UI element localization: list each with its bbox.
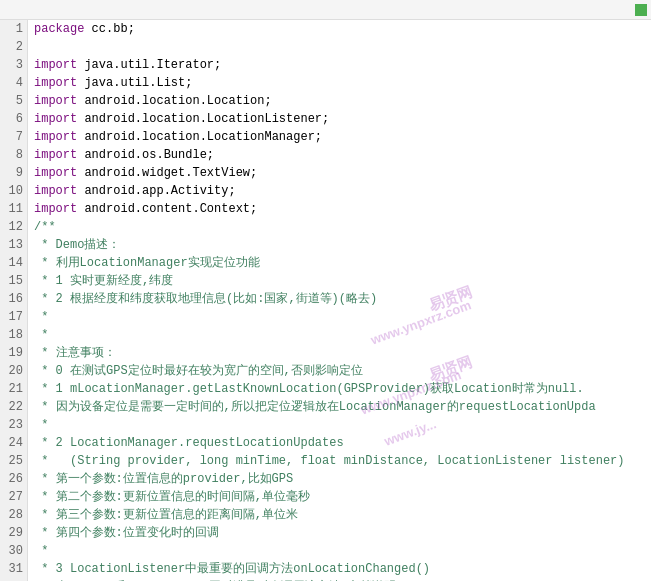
code-line: import android.location.Location; [34,92,651,110]
code-line: * [34,326,651,344]
line-number: 4 [0,74,27,92]
line-number: 26 [0,470,27,488]
code-line: * 因为设备定位是需要一定时间的,所以把定位逻辑放在LocationManage… [34,398,651,416]
code-line: import java.util.List; [34,74,651,92]
code-line: import android.location.LocationListener… [34,110,651,128]
line-number: 23 [0,416,27,434]
line-marker [635,4,647,16]
line-number: 27 [0,488,27,506]
line-number: 10 [0,182,27,200]
line-number: 31 [0,560,27,578]
code-line: package cc.bb; [34,20,651,38]
line-number: 15 [0,272,27,290]
code-line: import java.util.Iterator; [34,56,651,74]
line-number: 16 [0,290,27,308]
line-number: 28 [0,506,27,524]
code-line: * 第二个参数:更新位置信息的时间间隔,单位毫秒 [34,488,651,506]
code-line: import android.os.Bundle; [34,146,651,164]
code-line: /** [34,218,651,236]
editor-body: 1234567891011121314151617181920212223242… [0,20,651,581]
line-number: 2 [0,38,27,56]
line-number: 11 [0,200,27,218]
line-number: 21 [0,380,27,398]
line-number: 18 [0,326,27,344]
code-line: * (String provider, long minTime, float … [34,452,651,470]
code-line: * 1 mLocationManager.getLastKnownLocatio… [34,380,651,398]
line-number: 19 [0,344,27,362]
line-number: 20 [0,362,27,380]
line-number: 12 [0,218,27,236]
line-number: 24 [0,434,27,452]
line-number: 3 [0,56,27,74]
line-number: 6 [0,110,27,128]
code-line: * 注意事项： [34,344,651,362]
code-line: import android.app.Activity; [34,182,651,200]
line-number: 5 [0,92,27,110]
code-line: * 2 根据经度和纬度获取地理信息(比如:国家,街道等)(略去) [34,290,651,308]
code-line: * 第一个参数:位置信息的provider,比如GPS [34,470,651,488]
line-number: 9 [0,164,27,182]
line-numbers-gutter: 1234567891011121314151617181920212223242… [0,20,28,581]
code-line: * 第四个参数:位置变化时的回调 [34,524,651,542]
code-line: * [34,416,651,434]
line-number: 17 [0,308,27,326]
code-line: * 0 在测试GPS定位时最好在较为宽广的空间,否则影响定位 [34,362,651,380]
line-number: 7 [0,128,27,146]
line-number: 8 [0,146,27,164]
code-line: * [34,542,651,560]
code-line: import android.location.LocationManager; [34,128,651,146]
line-number: 13 [0,236,27,254]
editor-window: 1234567891011121314151617181920212223242… [0,0,651,581]
code-line: * 利用LocationManager实现定位功能 [34,254,651,272]
editor-header [0,0,651,20]
line-number: 25 [0,452,27,470]
code-line: * 1 实时更新经度,纬度 [34,272,651,290]
line-number: 1 [0,20,27,38]
code-line [34,38,651,56]
line-number: 22 [0,398,27,416]
code-line: * 3 LocationListener中最重要的回调方法onLocationC… [34,560,651,578]
line-number: 30 [0,542,27,560]
line-number: 14 [0,254,27,272]
code-line: * [34,308,651,326]
code-line: import android.widget.TextView; [34,164,651,182]
code-line: * 第三个参数:更新位置信息的距离间隔,单位米 [34,506,651,524]
code-line: import android.content.Context; [34,200,651,218]
code-area: package cc.bb;import java.util.Iterator;… [28,20,651,581]
code-line: * 2 LocationManager.requestLocationUpdat… [34,434,651,452]
line-number: 29 [0,524,27,542]
code-line: * Demo描述： [34,236,651,254]
